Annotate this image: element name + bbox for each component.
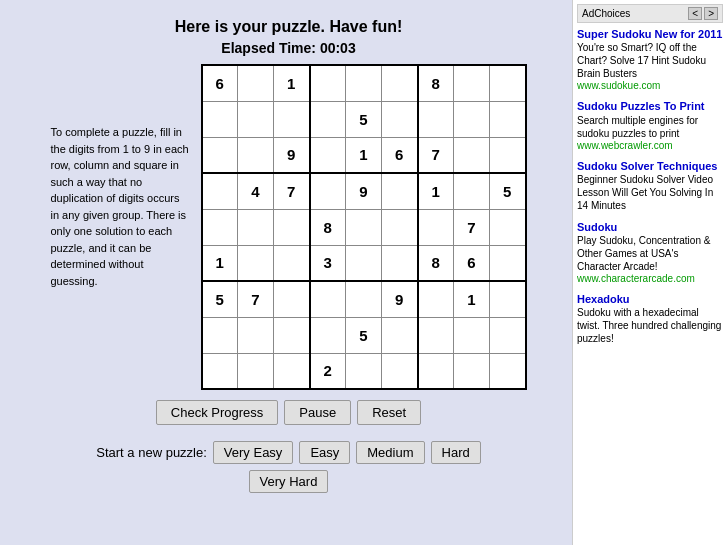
pause-button[interactable]: Pause	[284, 400, 351, 425]
grid-cell[interactable]: 7	[418, 137, 454, 173]
grid-cell[interactable]	[238, 317, 274, 353]
grid-cell[interactable]	[346, 65, 382, 101]
ad-next-button[interactable]: >	[704, 7, 718, 20]
grid-cell[interactable]: 9	[346, 173, 382, 209]
grid-cell[interactable]	[202, 137, 238, 173]
grid-cell[interactable]: 8	[418, 245, 454, 281]
easy-button[interactable]: Easy	[299, 441, 350, 464]
grid-cell[interactable]	[274, 101, 310, 137]
grid-cell[interactable]: 8	[418, 65, 454, 101]
grid-cell[interactable]: 5	[346, 101, 382, 137]
grid-cell[interactable]	[238, 137, 274, 173]
sidebar: AdChoices < > Super Sudoku New for 2011Y…	[572, 0, 727, 545]
grid-cell[interactable]	[490, 317, 526, 353]
grid-cell[interactable]	[418, 317, 454, 353]
grid-cell[interactable]	[382, 65, 418, 101]
grid-cell[interactable]: 7	[238, 281, 274, 317]
grid-cell[interactable]	[310, 173, 346, 209]
grid-cell[interactable]	[238, 209, 274, 245]
grid-cell[interactable]	[274, 353, 310, 389]
grid-cell[interactable]	[238, 65, 274, 101]
reset-button[interactable]: Reset	[357, 400, 421, 425]
grid-cell[interactable]: 5	[346, 317, 382, 353]
grid-cell[interactable]	[346, 245, 382, 281]
grid-cell[interactable]	[202, 173, 238, 209]
grid-cell[interactable]: 2	[310, 353, 346, 389]
grid-cell[interactable]: 1	[346, 137, 382, 173]
grid-cell[interactable]	[382, 209, 418, 245]
grid-cell[interactable]: 8	[310, 209, 346, 245]
grid-cell[interactable]	[310, 281, 346, 317]
grid-cell[interactable]: 4	[238, 173, 274, 209]
check-progress-button[interactable]: Check Progress	[156, 400, 278, 425]
ad-prev-button[interactable]: <	[688, 7, 702, 20]
grid-cell[interactable]: 9	[274, 137, 310, 173]
grid-cell[interactable]	[382, 173, 418, 209]
sudoku-grid: 6185916747915871386579152	[201, 64, 527, 390]
grid-cell[interactable]: 3	[310, 245, 346, 281]
ad-title-link[interactable]: Sudoku Puzzles To Print	[577, 99, 723, 113]
grid-cell[interactable]: 1	[202, 245, 238, 281]
grid-cell[interactable]	[490, 65, 526, 101]
ad-title-link[interactable]: Hexadoku	[577, 292, 723, 306]
grid-cell[interactable]	[454, 353, 490, 389]
grid-cell[interactable]: 7	[274, 173, 310, 209]
grid-cell[interactable]: 6	[454, 245, 490, 281]
grid-cell[interactable]	[202, 209, 238, 245]
grid-cell[interactable]	[418, 281, 454, 317]
grid-cell[interactable]	[310, 317, 346, 353]
medium-button[interactable]: Medium	[356, 441, 424, 464]
grid-cell[interactable]	[418, 101, 454, 137]
grid-cell[interactable]	[310, 65, 346, 101]
grid-cell[interactable]	[490, 353, 526, 389]
grid-cell[interactable]: 6	[382, 137, 418, 173]
grid-cell[interactable]	[202, 101, 238, 137]
grid-cell[interactable]: 6	[202, 65, 238, 101]
grid-cell[interactable]	[274, 317, 310, 353]
ad-title-link[interactable]: Sudoku	[577, 220, 723, 234]
ad-title-link[interactable]: Super Sudoku New for 2011	[577, 27, 723, 41]
grid-cell[interactable]	[238, 101, 274, 137]
grid-cell[interactable]	[382, 317, 418, 353]
grid-cell[interactable]	[490, 101, 526, 137]
grid-cell[interactable]	[454, 65, 490, 101]
grid-cell[interactable]	[454, 173, 490, 209]
grid-cell[interactable]: 7	[454, 209, 490, 245]
ad-entry: Super Sudoku New for 2011You're so Smart…	[577, 27, 723, 91]
grid-cell[interactable]	[202, 353, 238, 389]
very-hard-button[interactable]: Very Hard	[249, 470, 329, 493]
grid-cell[interactable]	[274, 245, 310, 281]
grid-cell[interactable]	[490, 209, 526, 245]
grid-cell[interactable]: 1	[418, 173, 454, 209]
grid-cell[interactable]: 1	[274, 65, 310, 101]
grid-cell[interactable]: 9	[382, 281, 418, 317]
grid-cell[interactable]	[346, 281, 382, 317]
grid-cell[interactable]	[202, 317, 238, 353]
grid-cell[interactable]	[274, 281, 310, 317]
ad-desc: Beginner Sudoku Solver Video Lesson Will…	[577, 173, 723, 212]
grid-cell[interactable]	[382, 353, 418, 389]
grid-cell[interactable]	[382, 101, 418, 137]
grid-cell[interactable]	[310, 137, 346, 173]
grid-cell[interactable]: 5	[202, 281, 238, 317]
grid-cell[interactable]: 1	[454, 281, 490, 317]
hard-button[interactable]: Hard	[431, 441, 481, 464]
grid-cell[interactable]	[346, 209, 382, 245]
grid-cell[interactable]	[454, 137, 490, 173]
ad-title-link[interactable]: Sudoku Solver Techniques	[577, 159, 723, 173]
grid-cell[interactable]	[454, 317, 490, 353]
grid-cell[interactable]	[346, 353, 382, 389]
grid-cell[interactable]	[310, 101, 346, 137]
grid-cell[interactable]	[490, 281, 526, 317]
grid-cell[interactable]	[238, 245, 274, 281]
grid-cell[interactable]	[454, 101, 490, 137]
grid-cell[interactable]	[418, 353, 454, 389]
grid-cell[interactable]	[238, 353, 274, 389]
grid-cell[interactable]	[418, 209, 454, 245]
grid-cell[interactable]	[274, 209, 310, 245]
very-easy-button[interactable]: Very Easy	[213, 441, 294, 464]
grid-cell[interactable]	[490, 137, 526, 173]
grid-cell[interactable]	[382, 245, 418, 281]
grid-cell[interactable]	[490, 245, 526, 281]
grid-cell[interactable]: 5	[490, 173, 526, 209]
